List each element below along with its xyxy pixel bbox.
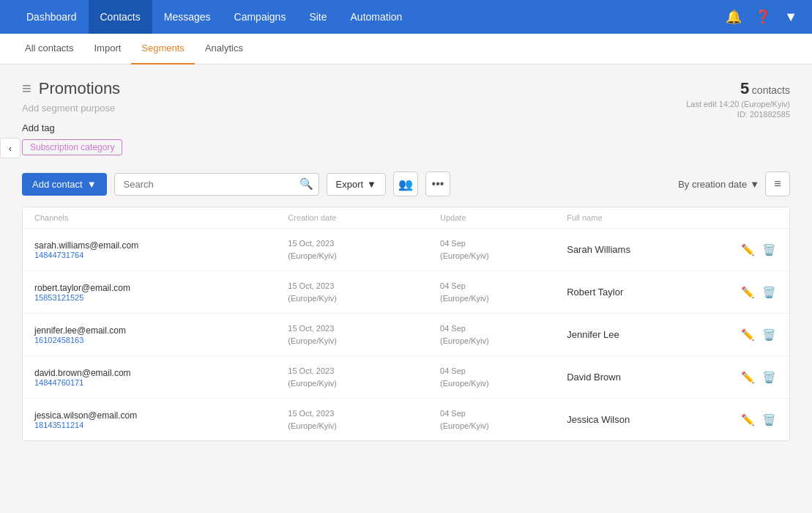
- col-update: Update: [440, 213, 567, 222]
- sidebar-collapse-button[interactable]: ‹: [0, 138, 21, 158]
- subscription-category-tag[interactable]: Subscription category: [22, 139, 122, 155]
- delete-contact-icon[interactable]: 🗑️: [761, 242, 778, 258]
- creation-date-cell: 15 Oct, 2023 (Europe/Kyiv): [288, 407, 440, 432]
- edit-contact-icon[interactable]: ✏️: [740, 412, 756, 428]
- col-channels: Channels: [34, 213, 288, 222]
- assign-icon: 👥: [398, 177, 413, 191]
- contacts-toolbar: Add contact ▼ 🔍 Export ▼ 👥 ••• By creati…: [22, 171, 790, 196]
- creation-date-cell: 15 Oct, 2023 (Europe/Kyiv): [288, 322, 440, 347]
- creation-date: 15 Oct, 2023: [288, 365, 440, 377]
- contact-phone: 14844731764: [34, 251, 288, 259]
- assign-contacts-button[interactable]: 👥: [393, 171, 418, 196]
- delete-contact-icon[interactable]: 🗑️: [761, 284, 778, 300]
- edit-contact-icon[interactable]: ✏️: [740, 327, 756, 343]
- export-label: Export: [336, 179, 364, 190]
- delete-contact-icon[interactable]: 🗑️: [761, 412, 778, 428]
- contact-channel-cell: sarah.williams@email.com 14844731764: [34, 240, 288, 259]
- contacts-label: contacts: [752, 84, 790, 96]
- creation-tz: (Europe/Kyiv): [288, 335, 440, 347]
- row-actions: ✏️ 🗑️: [719, 284, 778, 300]
- contact-email: sarah.williams@email.com: [34, 240, 288, 251]
- table-row: david.brown@email.com 14844760171 15 Oct…: [23, 356, 789, 399]
- table-row: jessica.wilson@email.com 18143511214 15 …: [23, 399, 789, 440]
- delete-contact-icon[interactable]: 🗑️: [761, 327, 778, 343]
- edit-contact-icon[interactable]: ✏️: [740, 369, 756, 385]
- col-actions: [719, 213, 778, 222]
- notifications-icon[interactable]: 🔔: [726, 9, 742, 25]
- edit-contact-icon[interactable]: ✏️: [740, 242, 756, 258]
- edit-contact-icon[interactable]: ✏️: [740, 284, 756, 300]
- full-name-cell: David Brown: [567, 372, 719, 383]
- contact-email: david.brown@email.com: [34, 368, 288, 378]
- creation-tz: (Europe/Kyiv): [288, 250, 440, 262]
- nav-site[interactable]: Site: [297, 0, 338, 34]
- full-name-cell: Jessica Wilson: [567, 414, 719, 425]
- sort-label: By creation date: [678, 179, 747, 190]
- col-creation-date: Creation date: [288, 213, 440, 222]
- nav-contacts[interactable]: Contacts: [89, 0, 152, 34]
- contact-email: jennifer.lee@email.com: [34, 325, 288, 336]
- table-row: robert.taylor@email.com 15853121525 15 O…: [23, 271, 789, 314]
- delete-contact-icon[interactable]: 🗑️: [761, 369, 778, 385]
- nav-campaigns[interactable]: Campaigns: [223, 0, 298, 34]
- sort-by-button[interactable]: By creation date ▼: [678, 179, 759, 190]
- sort-chevron-icon: ▼: [750, 179, 759, 190]
- segment-purpose[interactable]: Add segment purpose: [22, 103, 122, 114]
- subnav-analytics[interactable]: Analytics: [195, 34, 253, 64]
- full-name-cell: Jennifer Lee: [567, 329, 719, 340]
- contact-email: robert.taylor@email.com: [34, 283, 288, 293]
- chevron-down-icon: ▼: [87, 179, 97, 190]
- creation-tz: (Europe/Kyiv): [288, 292, 440, 305]
- contacts-count-panel: 5 contacts Last edit 14:20 (Europe/Kyiv)…: [686, 79, 790, 119]
- update-tz: (Europe/Kyiv): [440, 250, 567, 262]
- update-cell: 04 Sep (Europe/Kyiv): [440, 365, 567, 389]
- search-icon-button[interactable]: 🔍: [299, 177, 313, 191]
- more-options-icon: •••: [432, 177, 444, 191]
- contacts-table: Channels Creation date Update Full name …: [22, 207, 790, 441]
- table-body: sarah.williams@email.com 14844731764 15 …: [23, 229, 789, 440]
- subnav-segments[interactable]: Segments: [131, 34, 195, 64]
- creation-date-cell: 15 Oct, 2023 (Europe/Kyiv): [288, 237, 440, 262]
- creation-tz: (Europe/Kyiv): [288, 377, 440, 390]
- last-edit-meta: Last edit 14:20 (Europe/Kyiv): [686, 100, 790, 108]
- page-header: ≡ Promotions Add segment purpose Add tag…: [22, 79, 790, 155]
- update-tz: (Europe/Kyiv): [440, 420, 567, 432]
- account-dropdown-icon[interactable]: ▼: [784, 10, 797, 25]
- subnav-all-contacts[interactable]: All contacts: [15, 34, 83, 64]
- row-actions: ✏️ 🗑️: [719, 242, 778, 258]
- contact-email: jessica.wilson@email.com: [34, 410, 288, 421]
- nav-messages[interactable]: Messages: [152, 0, 223, 34]
- full-name-cell: Robert Taylor: [567, 287, 719, 298]
- search-input[interactable]: [114, 173, 319, 196]
- main-content: ≡ Promotions Add segment purpose Add tag…: [0, 64, 812, 456]
- table-header: Channels Creation date Update Full name: [23, 207, 789, 229]
- export-button[interactable]: Export ▼: [327, 173, 386, 196]
- add-tag-label[interactable]: Add tag: [22, 122, 122, 133]
- update-date: 04 Sep: [440, 365, 567, 377]
- segment-id: ID: 201882585: [686, 110, 790, 119]
- nav-automation[interactable]: Automation: [339, 0, 414, 34]
- filter-columns-button[interactable]: ≡: [765, 171, 790, 196]
- creation-date-cell: 15 Oct, 2023 (Europe/Kyiv): [288, 280, 440, 304]
- subnav-import[interactable]: Import: [83, 34, 131, 64]
- contact-phone: 18143511214: [34, 421, 288, 429]
- page-title: Promotions: [39, 79, 120, 98]
- nav-dashboard[interactable]: Dashboard: [15, 0, 89, 34]
- row-actions: ✏️ 🗑️: [719, 412, 778, 428]
- update-date: 04 Sep: [440, 280, 567, 292]
- full-name-cell: Sarah Williams: [567, 244, 719, 255]
- more-options-button[interactable]: •••: [425, 171, 450, 196]
- help-icon[interactable]: ❓: [755, 9, 771, 25]
- export-chevron-icon: ▼: [367, 179, 376, 190]
- creation-date-cell: 15 Oct, 2023 (Europe/Kyiv): [288, 365, 440, 389]
- update-date: 04 Sep: [440, 407, 567, 420]
- row-actions: ✏️ 🗑️: [719, 327, 778, 343]
- add-contact-label: Add contact: [32, 179, 83, 190]
- update-cell: 04 Sep (Europe/Kyiv): [440, 407, 567, 432]
- add-contact-button[interactable]: Add contact ▼: [22, 173, 107, 196]
- update-tz: (Europe/Kyiv): [440, 292, 567, 305]
- contact-channel-cell: david.brown@email.com 14844760171: [34, 368, 288, 387]
- sub-navigation: All contacts Import Segments Analytics: [0, 34, 812, 64]
- row-actions: ✏️ 🗑️: [719, 369, 778, 385]
- sort-controls: By creation date ▼ ≡: [678, 171, 790, 196]
